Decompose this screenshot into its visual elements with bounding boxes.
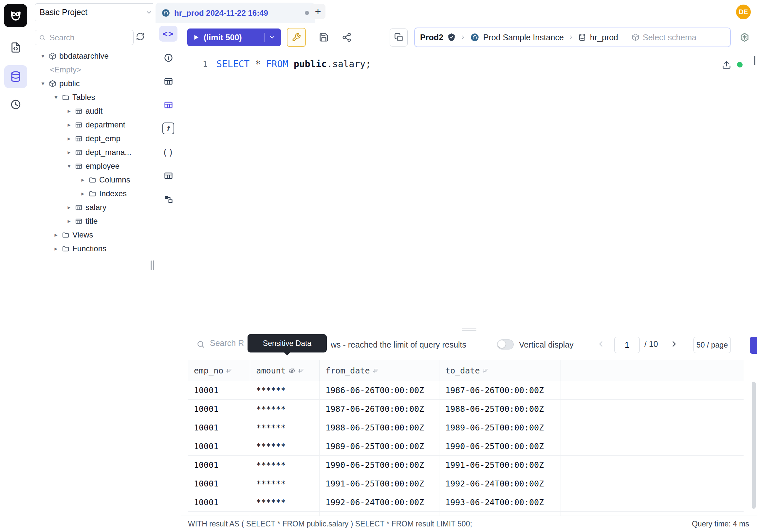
cell[interactable]: 1986-06-26T00:00:00Z xyxy=(319,381,439,400)
schema-diagram-button[interactable] xyxy=(164,97,173,112)
tables-panel-button[interactable] xyxy=(164,74,173,89)
code-line[interactable]: SELECT * FROM public.salary; xyxy=(216,59,371,70)
eye-off-icon[interactable] xyxy=(288,367,295,374)
sort-icon[interactable] xyxy=(373,367,379,374)
caret-down-icon[interactable] xyxy=(40,80,46,87)
tree-item-columns[interactable]: Columns xyxy=(31,173,153,187)
caret-right-icon[interactable] xyxy=(53,245,59,252)
procedures-panel-button[interactable]: () xyxy=(163,144,174,160)
tree-item-department[interactable]: department xyxy=(31,118,153,132)
environment-label[interactable]: Prod2 xyxy=(420,33,443,42)
run-query-button[interactable]: (limit 500) xyxy=(187,28,281,46)
caret-down-icon[interactable] xyxy=(66,163,72,170)
cell-masked[interactable]: ****** xyxy=(250,474,319,493)
admin-wrench-button[interactable] xyxy=(287,28,306,47)
cell[interactable]: 1991-06-25T00:00:00Z xyxy=(439,456,561,474)
panel-expand-button[interactable] xyxy=(750,337,757,354)
cell[interactable]: 1992-06-24T00:00:00Z xyxy=(319,493,439,512)
tree-item-bbdataarchive[interactable]: bbdataarchive xyxy=(31,49,153,63)
tree-item-indexes[interactable]: Indexes xyxy=(31,187,153,201)
cell-masked[interactable]: ****** xyxy=(250,418,319,437)
cell[interactable]: 1992-06-24T00:00:00Z xyxy=(439,474,561,493)
cell-masked[interactable]: ****** xyxy=(250,381,319,400)
joined-tables-button[interactable] xyxy=(164,192,173,207)
rail-database-button[interactable] xyxy=(4,65,27,88)
cell[interactable]: 10001 xyxy=(188,418,250,437)
cell-masked[interactable]: ****** xyxy=(250,493,319,512)
page-number-input[interactable]: 1 xyxy=(614,337,640,353)
caret-right-icon[interactable] xyxy=(66,121,72,128)
code-view-button[interactable]: <> xyxy=(159,26,177,42)
sort-icon[interactable] xyxy=(482,367,489,374)
tree-item-dept-emp[interactable]: dept_emp xyxy=(31,132,153,145)
cell[interactable]: 10001 xyxy=(188,437,250,456)
column-header-emp-no[interactable]: emp_no xyxy=(188,360,250,381)
avatar[interactable]: DE xyxy=(736,5,751,19)
caret-right-icon[interactable] xyxy=(66,204,72,211)
tree-item-title[interactable]: title xyxy=(31,214,153,228)
worksheet-tab[interactable]: hr_prod 2024-11-22 16:49 xyxy=(156,3,315,23)
tree-item-views[interactable]: Views xyxy=(31,228,153,242)
cell[interactable]: 1988-06-25T00:00:00Z xyxy=(319,418,439,437)
external-tables-button[interactable] xyxy=(164,168,173,183)
database-label[interactable]: hr_prod xyxy=(590,33,618,42)
cell[interactable]: 10001 xyxy=(188,400,250,418)
tree-item-salary[interactable]: salary xyxy=(31,201,153,214)
tree-item-dept-manager[interactable]: dept_mana... xyxy=(31,145,153,159)
sidebar-resize-handle[interactable] xyxy=(151,261,155,270)
functions-panel-button[interactable]: f xyxy=(163,121,174,136)
sort-icon[interactable] xyxy=(226,367,232,374)
cell[interactable]: 1989-06-25T00:00:00Z xyxy=(319,437,439,456)
copy-connection-button[interactable] xyxy=(390,28,408,47)
rail-history-button[interactable] xyxy=(0,99,31,110)
tree-item-public[interactable]: public xyxy=(31,77,153,90)
refresh-button[interactable] xyxy=(136,32,145,41)
cell[interactable]: 1991-06-25T00:00:00Z xyxy=(319,474,439,493)
column-header-from-date[interactable]: from_date xyxy=(319,360,439,381)
project-select[interactable]: Basic Project xyxy=(35,3,158,21)
tree-item-functions[interactable]: Functions xyxy=(31,242,153,256)
splitter-handle[interactable] xyxy=(181,328,757,332)
caret-right-icon[interactable] xyxy=(66,108,72,115)
save-button[interactable] xyxy=(319,32,329,42)
page-size-select[interactable]: 50 / page xyxy=(693,337,731,353)
cell[interactable]: 1987-06-26T00:00:00Z xyxy=(439,381,561,400)
next-page-button[interactable] xyxy=(670,339,679,349)
cell-masked[interactable]: ****** xyxy=(250,437,319,456)
editor-scrollbar[interactable] xyxy=(754,56,755,65)
caret-right-icon[interactable] xyxy=(80,190,86,197)
tree-item-employee[interactable]: employee xyxy=(31,159,153,173)
sidebar-search-input[interactable] xyxy=(49,33,129,43)
cell[interactable]: 10001 xyxy=(188,474,250,493)
tree-item-audit[interactable]: audit xyxy=(31,104,153,118)
vertical-display-toggle[interactable] xyxy=(497,339,514,350)
cell[interactable]: 1990-06-25T00:00:00Z xyxy=(439,437,561,456)
cell[interactable]: 1987-06-26T00:00:00Z xyxy=(319,400,439,418)
cell[interactable]: 10001 xyxy=(188,493,250,512)
cell[interactable]: 10001 xyxy=(188,381,250,400)
cell-masked[interactable]: ****** xyxy=(250,400,319,418)
sort-icon[interactable] xyxy=(298,367,304,374)
sql-editor[interactable]: 1 SELECT * FROM public.salary; xyxy=(181,51,757,328)
app-logo[interactable] xyxy=(4,4,27,27)
export-button[interactable] xyxy=(722,60,731,70)
cell-masked[interactable]: ****** xyxy=(250,456,319,474)
rail-worksheet-button[interactable] xyxy=(0,42,31,53)
cell[interactable]: 1988-06-25T00:00:00Z xyxy=(439,400,561,418)
caret-down-icon[interactable] xyxy=(53,94,59,101)
chevron-down-icon[interactable] xyxy=(268,34,276,41)
cell[interactable]: 10001 xyxy=(188,456,250,474)
column-header-to-date[interactable]: to_date xyxy=(439,360,561,381)
caret-right-icon[interactable] xyxy=(66,149,72,156)
column-header-amount[interactable]: amount xyxy=(250,360,319,381)
grid-scrollbar[interactable] xyxy=(752,382,756,509)
instance-label[interactable]: Prod Sample Instance xyxy=(483,33,564,42)
select-schema-button[interactable]: Select schema xyxy=(632,33,696,42)
caret-right-icon[interactable] xyxy=(66,135,72,142)
prev-page-button[interactable] xyxy=(596,339,605,349)
new-tab-button[interactable]: + xyxy=(310,4,325,19)
caret-right-icon[interactable] xyxy=(80,176,86,183)
cell[interactable]: 1993-06-24T00:00:00Z xyxy=(439,493,561,512)
cell[interactable]: 1989-06-25T00:00:00Z xyxy=(439,418,561,437)
ai-assistant-button[interactable] xyxy=(739,32,750,43)
